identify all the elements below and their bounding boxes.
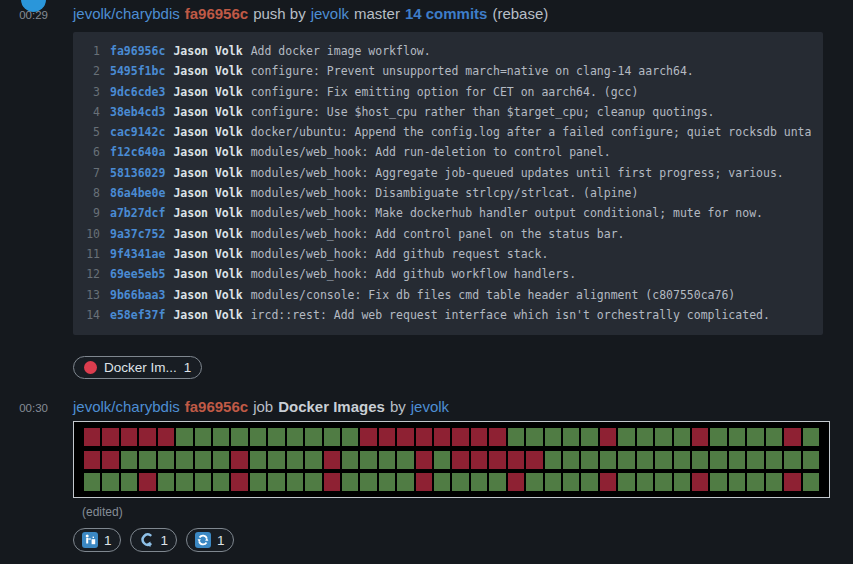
litter-icon <box>82 532 98 548</box>
commit-hash-link[interactable]: a7b27dcf <box>110 203 165 223</box>
job-message-header: jevolk/charybdis fa96956c job Docker Ima… <box>73 393 833 415</box>
job-cell-passed <box>526 473 542 491</box>
job-cell-failed <box>231 451 247 469</box>
commit-line-number: 10 <box>85 224 100 244</box>
reaction-undo[interactable]: 1 <box>130 528 178 552</box>
timestamp-first: 00:29 <box>0 9 48 21</box>
commit-author: Jason Volk <box>173 264 242 284</box>
commit-hash-link[interactable]: 38eb4cd3 <box>110 102 165 122</box>
job-cell-failed <box>121 428 137 446</box>
commit-author: Jason Volk <box>173 203 242 223</box>
user-link[interactable]: jevolk <box>311 5 349 22</box>
commit-hash-link[interactable]: 9b66baa3 <box>110 285 165 305</box>
commit-line-number: 4 <box>85 102 100 122</box>
message-column: jevolk/charybdis fa96956c push by jevolk… <box>73 0 833 552</box>
job-cell-passed <box>710 473 726 491</box>
commit-hash[interactable]: fa96956c <box>185 398 248 415</box>
job-cell-failed <box>526 451 542 469</box>
commit-hash-link[interactable]: cac9142c <box>110 122 165 142</box>
job-cell-passed <box>305 473 321 491</box>
job-cell-passed <box>397 473 413 491</box>
rebase-suffix: (rebase) <box>492 5 548 22</box>
job-cell-passed <box>287 473 303 491</box>
job-cell-failed <box>471 428 487 446</box>
commit-author: Jason Volk <box>173 142 242 162</box>
commit-hash-link[interactable]: 69ee5eb5 <box>110 264 165 284</box>
commit-row: 9a7b27dcfJason Volkmodules/web_hook: Mak… <box>85 203 811 223</box>
repo-link[interactable]: jevolk/charybdis <box>73 5 180 22</box>
job-cell-passed <box>139 451 155 469</box>
commit-hash-link[interactable]: fa96956c <box>110 41 165 61</box>
job-cell-passed <box>637 428 653 446</box>
commit-hash-link[interactable]: 58136029 <box>110 163 165 183</box>
reaction-litter[interactable]: 1 <box>73 528 121 552</box>
commit-hash-link[interactable]: e58ef37f <box>110 305 165 325</box>
commit-hash-link[interactable]: f12c640a <box>110 142 165 162</box>
job-cell-failed <box>452 451 468 469</box>
commit-message: modules/web_hook: Add run-deletion to co… <box>251 142 611 162</box>
job-action-text: job <box>253 398 273 415</box>
reaction-refresh[interactable]: 1 <box>186 528 234 552</box>
repo-link[interactable]: jevolk/charybdis <box>73 398 180 415</box>
commit-author: Jason Volk <box>173 82 242 102</box>
commit-line-number: 7 <box>85 163 100 183</box>
commits-count-link[interactable]: 14 commits <box>405 5 488 22</box>
commit-hash[interactable]: fa96956c <box>185 5 248 22</box>
commit-row: 39dc6cde3Jason Volkconfigure: Fix emitti… <box>85 82 811 102</box>
commit-message: modules/web_hook: Add control panel on t… <box>251 224 625 244</box>
job-cell-passed <box>176 451 192 469</box>
job-status-badge[interactable]: Docker Im... 1 <box>73 356 202 379</box>
job-cell-failed <box>471 451 487 469</box>
commit-hash-link[interactable]: 86a4be0e <box>110 183 165 203</box>
job-cell-failed <box>102 428 118 446</box>
commit-line-number: 2 <box>85 61 100 81</box>
commit-row: 886a4be0eJason Volkmodules/web_hook: Dis… <box>85 183 811 203</box>
commit-author: Jason Volk <box>173 224 242 244</box>
job-cell-passed <box>692 451 708 469</box>
job-cell-passed <box>655 451 671 469</box>
job-cell-failed <box>139 473 155 491</box>
push-action-text: push by <box>253 5 306 22</box>
job-cell-passed <box>545 451 561 469</box>
commit-line-number: 14 <box>85 305 100 325</box>
commit-hash-link[interactable]: 9f4341ae <box>110 244 165 264</box>
by-text: by <box>390 398 406 415</box>
job-cell-failed <box>600 428 616 446</box>
reaction-count: 1 <box>104 533 112 548</box>
commit-hash-link[interactable]: 5495f1bc <box>110 61 165 81</box>
job-cell-passed <box>213 473 229 491</box>
commit-author: Jason Volk <box>173 41 242 61</box>
job-cell-passed <box>287 451 303 469</box>
job-cell-failed <box>84 451 100 469</box>
job-cell-passed <box>766 428 782 446</box>
job-cell-passed <box>766 451 782 469</box>
job-cell-passed <box>581 473 597 491</box>
commit-line-number: 13 <box>85 285 100 305</box>
commit-line-number: 3 <box>85 82 100 102</box>
job-failed-dot-icon <box>84 361 97 374</box>
job-cell-failed <box>692 473 708 491</box>
commit-author: Jason Volk <box>173 61 242 81</box>
commit-message: ircd::rest: Add web request interface wh… <box>251 305 770 325</box>
user-link[interactable]: jevolk <box>411 398 449 415</box>
commit-row: 119f4341aeJason Volkmodules/web_hook: Ad… <box>85 244 811 264</box>
job-cell-passed <box>508 428 524 446</box>
job-cell-passed <box>618 473 634 491</box>
commit-row: 14e58ef37fJason Volkircd::rest: Add web … <box>85 305 811 325</box>
job-cell-passed <box>674 473 690 491</box>
job-cell-passed <box>674 428 690 446</box>
job-cell-passed <box>563 428 579 446</box>
job-cell-passed <box>545 428 561 446</box>
commit-hash-link[interactable]: 9dc6cde3 <box>110 82 165 102</box>
commit-author: Jason Volk <box>173 122 242 142</box>
job-cell-passed <box>84 473 100 491</box>
job-row <box>84 428 819 446</box>
job-cell-passed <box>305 428 321 446</box>
job-cell-failed <box>397 428 413 446</box>
job-cell-failed <box>416 428 432 446</box>
job-cell-failed <box>508 451 524 469</box>
job-cell-passed <box>121 473 137 491</box>
commit-line-number: 9 <box>85 203 100 223</box>
commit-hash-link[interactable]: 9a37c752 <box>110 224 165 244</box>
commit-author: Jason Volk <box>173 305 242 325</box>
